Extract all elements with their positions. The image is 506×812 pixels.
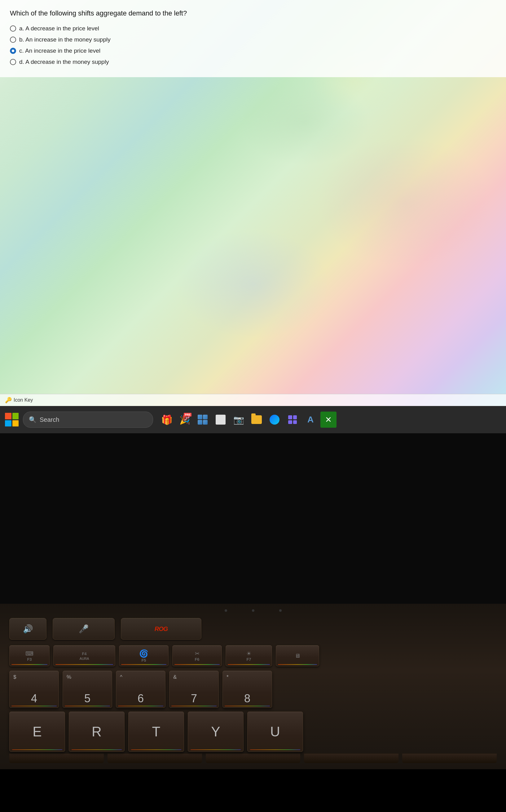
key-y[interactable]: Y: [188, 712, 244, 752]
f5-bar: [121, 664, 166, 665]
accent-app-button[interactable]: A: [303, 412, 319, 428]
radio-d[interactable]: [10, 59, 16, 65]
display-icon: 🖥: [295, 653, 300, 659]
key-u[interactable]: U: [247, 712, 303, 752]
num-7: 7: [191, 692, 197, 705]
xbox-button[interactable]: ✕: [320, 412, 337, 428]
f4-key[interactable]: F4 AURA: [53, 645, 115, 666]
folder-button[interactable]: [249, 412, 265, 428]
edge-button[interactable]: [266, 412, 282, 428]
key6-bar: [118, 706, 163, 706]
f3-key[interactable]: ⌨ F3: [9, 645, 50, 666]
num-8: 8: [244, 692, 250, 705]
bottom-key-5: [402, 754, 497, 763]
key4-bar: [11, 706, 57, 706]
mic-mute-icon: 🎤: [79, 624, 89, 634]
letter-r: R: [92, 724, 102, 739]
key-5[interactable]: % 5: [63, 671, 112, 708]
icon-key-icon: 🔑: [5, 397, 12, 404]
icon-key-bar: 🔑 Icon Key: [0, 394, 506, 406]
caret-symbol: ^: [120, 674, 122, 680]
f6-key[interactable]: ✂ F6: [172, 645, 222, 666]
f3-label: F3: [27, 657, 31, 662]
indicator-dot-1: [225, 609, 227, 612]
radio-b[interactable]: [10, 36, 16, 43]
edge-icon: [270, 415, 279, 425]
indicator-dot-2: [252, 609, 254, 612]
keyboard-icon: ⌨: [25, 650, 33, 657]
question-text: Which of the following shifts aggregate …: [10, 9, 496, 18]
key-8[interactable]: * 8: [223, 671, 272, 708]
f7-key[interactable]: ☀ F7: [226, 645, 272, 666]
folder-icon: [251, 415, 262, 424]
key-6[interactable]: ^ 6: [116, 671, 165, 708]
key-7[interactable]: & 7: [169, 671, 219, 708]
sound-key[interactable]: 🔊: [9, 618, 47, 640]
celebration-icon-button[interactable]: 🎉 PRE: [177, 412, 193, 428]
key8-bar: [225, 706, 270, 706]
media-keys-row: 🔊 🎤 ROG: [0, 615, 506, 643]
camera-icon: 📷: [233, 415, 244, 425]
search-box[interactable]: 🔍 Search: [23, 412, 153, 428]
key7-bar: [171, 706, 217, 706]
key-r[interactable]: R: [69, 712, 124, 752]
brightness-icon: ☀: [246, 650, 251, 657]
speaker-icon: 🔊: [23, 624, 33, 634]
f8-key[interactable]: 🖥: [276, 645, 319, 666]
indicator-row: [0, 604, 506, 615]
bottom-key-2: [107, 754, 202, 763]
mic-key[interactable]: 🎤: [53, 618, 115, 640]
camera-button[interactable]: 📷: [231, 412, 247, 428]
answer-options: a. A decrease in the price level b. An i…: [10, 25, 496, 65]
bottom-key-1: [9, 754, 104, 763]
option-b[interactable]: b. An increase in the money supply: [10, 36, 496, 43]
keye-bar: [12, 749, 62, 750]
option-c[interactable]: c. An increase in the price level: [10, 48, 496, 54]
indicator-dot-3: [279, 609, 282, 612]
key5-bar: [65, 706, 110, 706]
keyboard-area: 🔊 🎤 ROG ⌨ F3 F4 AURA 🌀 F5 ✂: [0, 604, 506, 769]
windows-logo-button[interactable]: [4, 412, 20, 428]
option-a[interactable]: a. A decrease in the price level: [10, 25, 496, 32]
win-quad-green: [12, 413, 19, 419]
microsoft365-button[interactable]: [194, 412, 211, 428]
bottom-key-bottoms: [0, 754, 506, 769]
asterisk-symbol: *: [227, 674, 229, 680]
letter-y: Y: [211, 724, 220, 739]
f4-label: F4: [82, 651, 86, 656]
keyy-bar: [190, 749, 241, 750]
keyr-bar: [72, 749, 122, 750]
apps-button[interactable]: [284, 412, 301, 428]
option-b-label: b. An increase in the money supply: [19, 36, 111, 43]
gift-icon-button[interactable]: 🎁: [159, 412, 175, 428]
keyt-bar: [131, 749, 181, 750]
f7-label: F7: [246, 657, 251, 662]
bottom-key-3: [206, 754, 300, 763]
option-d[interactable]: d. A decrease in the money supply: [10, 59, 496, 65]
win-quad-red: [5, 413, 11, 419]
option-c-label: c. An increase in the price level: [19, 48, 100, 54]
key-t[interactable]: T: [128, 712, 184, 752]
f4-bar: [56, 664, 113, 665]
f5-key[interactable]: 🌀 F5: [119, 645, 169, 666]
whiteboard-button[interactable]: [213, 412, 229, 428]
pre-badge: PRE: [184, 413, 191, 416]
letter-e: E: [32, 724, 41, 739]
gift-icon: 🎁: [161, 414, 173, 425]
letter-row: E R T Y U: [0, 710, 506, 754]
screen: Which of the following shifts aggregate …: [0, 0, 506, 406]
key-e[interactable]: E: [9, 712, 65, 752]
f7-bar: [228, 664, 270, 665]
rog-key[interactable]: ROG: [121, 618, 201, 640]
f6-label: F6: [194, 657, 199, 662]
num-5: 5: [84, 692, 90, 705]
key-4[interactable]: $ 4: [9, 671, 59, 708]
radio-c[interactable]: [10, 48, 16, 54]
taskbar: 🔍 Search 🎁 🎉 PRE 📷: [0, 406, 506, 433]
accent-icon: A: [307, 415, 314, 425]
num-row: $ 4 % 5 ^ 6 & 7 * 8: [0, 669, 506, 710]
win-quad-yellow: [12, 420, 19, 427]
keyu-bar: [250, 749, 300, 750]
radio-a[interactable]: [10, 25, 16, 31]
quiz-content: Which of the following shifts aggregate …: [0, 0, 506, 77]
